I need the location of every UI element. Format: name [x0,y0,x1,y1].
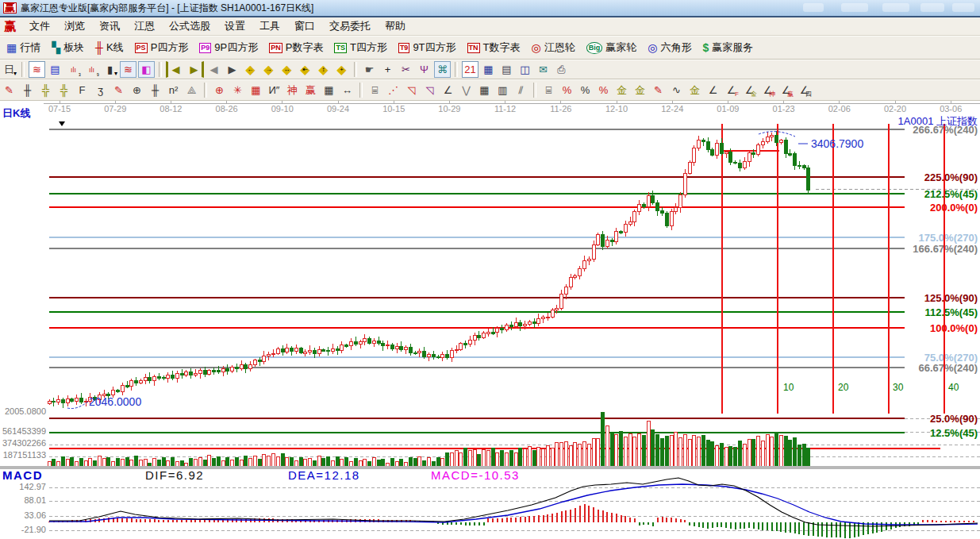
glyph-overlay: 四 [805,91,812,98]
compress-icon[interactable]: ◆⇤ [297,61,313,78]
page-forward-icon[interactable]: ▶ [224,61,240,78]
fan-box-2-icon[interactable]: ◹ [421,82,438,98]
grid-black-2-icon[interactable]: ▥ [494,82,511,98]
toolbar-button-p-square[interactable]: PSP四方形 [130,39,194,56]
candle-pen-icon[interactable]: ✎ [650,82,667,98]
angle-shen-icon[interactable]: ∠神 [759,82,776,98]
gold-grid-2-icon[interactable]: ╬ [56,82,72,98]
angle-lines-icon[interactable]: ∠ [440,82,456,98]
ruler-fine-icon[interactable]: ╫ [147,82,163,98]
red-star-grid-icon[interactable]: ✳ [229,82,246,98]
toolbar-button-9p-square[interactable]: P99P四方形 [194,39,263,56]
f-grid-icon[interactable]: F [74,82,90,98]
red-square-grid-icon[interactable]: ▦ [248,82,264,98]
save-icon[interactable]: ◫ [517,61,533,78]
pen-mark-icon[interactable]: ✎ [110,82,127,98]
gold-line-icon[interactable]: 金 [632,82,648,98]
glyph-overlay: 赢 [787,91,794,98]
glyph: ▦ [483,64,493,75]
info-doc-icon[interactable]: ▤ [47,61,63,78]
zoom-horizontal-icon[interactable]: ◆↔ [279,61,295,78]
k-quote-icon[interactable]: И″ [266,82,282,98]
menu-item-1[interactable]: 浏览 [57,17,92,35]
parallel-lines-icon[interactable]: ⫽ [513,82,529,98]
menu-item-9[interactable]: 帮助 [378,17,413,35]
menu-item-4[interactable]: 公式选股 [162,17,217,35]
mail-web-icon[interactable]: ✉ [535,61,551,78]
menu-item-3[interactable]: 江恩 [127,17,162,35]
first-page-icon[interactable]: ◀ [166,61,184,78]
coil-tool-icon[interactable]: ʒ [92,82,109,98]
grid-ruler-icon[interactable]: ╫ [19,82,36,98]
toolbar-button-hexagon[interactable]: ◎六角形 [643,39,696,56]
calendar-21-icon[interactable]: 21 [462,61,478,78]
win-grid-icon[interactable]: 赢 [302,82,319,98]
color-histogram-icon[interactable]: ◧ [138,61,155,78]
hand-drag-icon[interactable]: ☛ [361,61,378,78]
expand-vertical-icon[interactable]: ◆↕ [315,61,332,78]
calculator-icon[interactable]: ▦ [480,61,497,78]
width-arrows-icon[interactable]: ↔ [339,82,355,98]
scale-plot-icon[interactable]: ⌸ [540,82,557,98]
pattern-tool-active-icon[interactable]: ≋ [120,61,136,78]
expand-all-icon[interactable]: ◆+ [333,61,350,78]
percent-line-icon[interactable]: % [595,82,612,98]
kline-chart-area[interactable]: 07-1507-2908-1208-2609-1009-2410-1510-29… [0,101,980,539]
zoom-left-icon[interactable]: ◆← [242,61,259,78]
last-page-icon[interactable]: ▶ [186,61,204,78]
wave-icon[interactable]: ∿ [668,82,685,98]
angle-win-icon[interactable]: ∠赢 [778,82,794,98]
toolbar-button-sectors[interactable]: ▚板块 [47,39,89,56]
pen-red-icon[interactable]: ✎ [1,82,17,98]
red-crosshair-circle-icon[interactable]: ⊕ [211,82,228,98]
toolbar-button-t-square[interactable]: TST四方形 [329,39,391,56]
brain-analysis-icon[interactable]: ⌘ [434,61,451,78]
menu-item-8[interactable]: 交易委托 [322,17,378,35]
toolbar-button-winner-service[interactable]: $赢家服务 [698,39,758,56]
toolbar-button-winner-wheel[interactable]: Big赢家轮 [582,39,642,56]
toolbar-button-kline[interactable]: ╫K线 [90,39,129,56]
grid-black-1-icon[interactable]: ▦ [476,82,493,98]
printer-icon[interactable]: ⎙ [553,61,570,78]
ruler-123-icon[interactable]: ▦ [321,82,337,98]
candle-style-dropdown-icon[interactable]: ▮▾ [102,61,118,78]
toolbar-button-quotes[interactable]: ▦行情 [2,39,45,56]
angle-four-icon[interactable]: ∠四 [796,82,813,98]
angle-f-icon[interactable]: ∠F [723,82,740,98]
angle-plain-icon[interactable]: ∠ [705,82,721,98]
gann-tool-purple-icon[interactable]: Ψ [416,61,432,78]
triangle-flag-icon[interactable]: ⟁ [183,82,200,98]
toolbar-button-gann-wheel[interactable]: ◎江恩轮 [527,39,580,56]
gold-under-icon[interactable]: 金 [686,82,703,98]
menu-item-5[interactable]: 设置 [217,17,252,35]
toolbar-button-9t-square[interactable]: T99T四方形 [394,39,461,56]
percent-icon[interactable]: % [577,82,594,98]
menu-item-7[interactable]: 窗口 [287,17,322,35]
period-day-dropdown-icon[interactable]: 日▾ [1,61,17,78]
menu-item-2[interactable]: 资讯 [92,17,127,35]
page-back-icon[interactable]: ◀ [206,61,222,78]
n-squared-icon[interactable]: n² [165,82,182,98]
gold-grid-1-icon[interactable]: ╬ [37,82,54,98]
bars-9-icon[interactable]: ılı₉ [83,61,100,78]
box-plot-icon[interactable]: ⌸ [367,82,383,98]
menu-item-6[interactable]: 工具 [252,17,287,35]
notes-icon[interactable]: ▤ [498,61,515,78]
percent-slash-icon[interactable]: % [559,82,575,98]
shen-grid-icon[interactable]: 神 [284,82,301,98]
toolbar-button-t-number-table[interactable]: TNT数字表 [463,39,525,56]
gold-circle-icon[interactable]: 金 [613,82,630,98]
fan-box-icon[interactable]: ◹ [403,82,420,98]
pattern-tool-icon[interactable]: ≋ [29,61,45,78]
zoom-right-icon[interactable]: ◆→ [260,61,277,78]
angle-gold-icon[interactable]: ∠金 [741,82,758,98]
bars-3-icon[interactable]: ılı₃ [65,61,82,78]
crosshair-icon[interactable]: + [379,61,396,78]
v-lines-icon[interactable]: ⋁ [458,82,475,98]
red-fan-icon[interactable]: ⋰ [385,82,402,98]
circle-ruler-icon[interactable]: ⊕ [129,82,145,98]
glyph: ⫽ [519,84,524,97]
toolbar-button-p-number-table[interactable]: PNP数字表 [264,39,328,56]
menu-item-0[interactable]: 文件 [22,17,57,35]
measure-icon[interactable]: ✂ [398,61,414,78]
